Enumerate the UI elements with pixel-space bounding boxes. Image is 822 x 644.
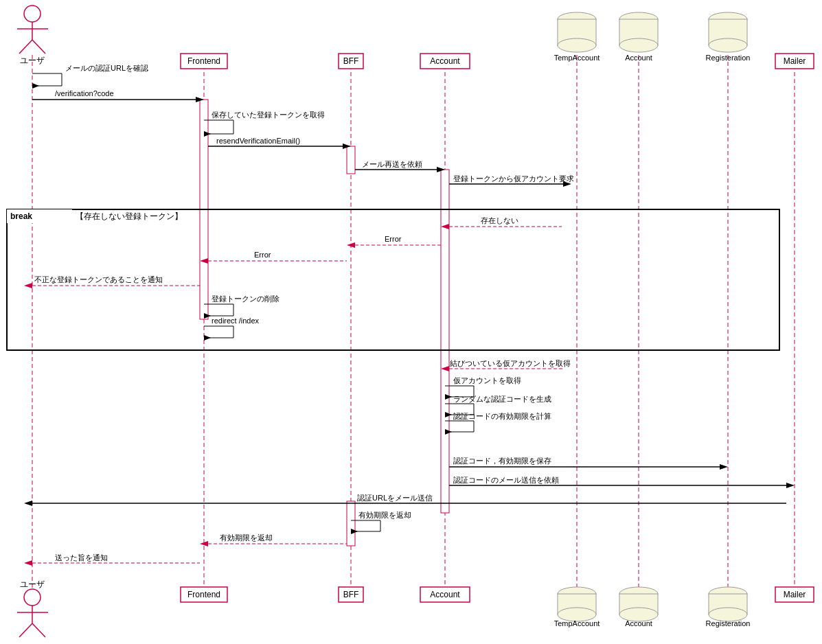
svg-text:Account: Account bbox=[430, 590, 460, 599]
svg-line-148 bbox=[32, 623, 45, 637]
svg-marker-48 bbox=[24, 283, 32, 288]
svg-marker-82 bbox=[786, 483, 795, 488]
svg-text:認証コード，有効期限を保存: 認証コード，有効期限を保存 bbox=[453, 457, 551, 465]
svg-line-142 bbox=[32, 40, 45, 54]
svg-text:resendVerificationEmail(): resendVerificationEmail() bbox=[216, 137, 300, 145]
svg-marker-19 bbox=[32, 83, 39, 89]
svg-text:BFF: BFF bbox=[343, 56, 359, 66]
svg-text:Registeration: Registeration bbox=[706, 619, 751, 628]
svg-point-124 bbox=[709, 38, 747, 52]
svg-text:Mailer: Mailer bbox=[784, 590, 806, 599]
svg-text:登録トークンの削除: 登録トークンの削除 bbox=[212, 295, 279, 303]
svg-point-120 bbox=[619, 38, 658, 52]
svg-text:Registeration: Registeration bbox=[706, 54, 751, 62]
svg-marker-85 bbox=[24, 501, 32, 506]
svg-text:送った旨を通知: 送った旨を通知 bbox=[55, 553, 108, 562]
svg-text:Mailer: Mailer bbox=[784, 56, 806, 66]
svg-text:存在しない: 存在しない bbox=[481, 216, 518, 225]
svg-text:登録トークンから仮アカウント要求: 登録トークンから仮アカウント要求 bbox=[453, 174, 574, 183]
svg-text:Account: Account bbox=[625, 54, 652, 62]
svg-text:ユーザ: ユーザ bbox=[20, 579, 45, 589]
svg-text:有効期限を返却: 有効期限を返却 bbox=[358, 511, 411, 519]
svg-text:不正な登録トークンであることを通知: 不正な登録トークンであることを通知 bbox=[34, 275, 163, 284]
sequence-diagram: break 【存在しない登録トークン】 メールの認証URLを確認 /verifi… bbox=[0, 0, 822, 644]
svg-text:redirect /index: redirect /index bbox=[212, 317, 260, 325]
svg-text:メール再送を依頼: メール再送を依頼 bbox=[362, 160, 422, 168]
svg-text:Frontend: Frontend bbox=[187, 590, 220, 599]
svg-text:TempAccount: TempAccount bbox=[554, 54, 600, 62]
svg-text:ランダムな認証コードを生成: ランダムな認証コードを生成 bbox=[453, 395, 551, 403]
svg-point-138 bbox=[24, 5, 41, 22]
svg-line-141 bbox=[19, 40, 32, 54]
svg-point-116 bbox=[558, 38, 596, 52]
svg-point-144 bbox=[24, 589, 41, 606]
svg-marker-58 bbox=[204, 335, 211, 341]
svg-text:Frontend: Frontend bbox=[187, 56, 220, 66]
svg-text:break: break bbox=[10, 211, 32, 221]
svg-text:保存していた登録トークンを取得: 保存していた登録トークンを取得 bbox=[212, 111, 325, 119]
svg-text:Error: Error bbox=[254, 251, 271, 259]
svg-text:Account: Account bbox=[430, 56, 460, 66]
svg-marker-96 bbox=[24, 560, 32, 566]
svg-text:有効期限を返却: 有効期限を返却 bbox=[220, 533, 273, 542]
svg-text:結びついている仮アカウントを取得: 結びついている仮アカウントを取得 bbox=[449, 359, 571, 367]
svg-text:/verification?code: /verification?code bbox=[55, 89, 114, 97]
svg-rect-10 bbox=[441, 170, 449, 513]
svg-marker-79 bbox=[720, 464, 728, 470]
svg-rect-9 bbox=[347, 146, 355, 174]
svg-text:ユーザ: ユーザ bbox=[20, 56, 45, 65]
svg-text:仮アカウントを取得: 仮アカウントを取得 bbox=[453, 376, 521, 384]
svg-text:認証URLをメール送信: 認証URLをメール送信 bbox=[357, 494, 433, 502]
svg-text:メールの認証URLを確認: メールの認証URLを確認 bbox=[65, 64, 148, 72]
svg-rect-11 bbox=[347, 501, 355, 546]
svg-text:TempAccount: TempAccount bbox=[554, 619, 600, 628]
svg-text:Account: Account bbox=[625, 619, 652, 628]
svg-line-147 bbox=[19, 623, 32, 637]
svg-text:認証コードの有効期限を計算: 認証コードの有効期限を計算 bbox=[453, 412, 551, 420]
svg-text:Error: Error bbox=[385, 235, 402, 243]
svg-text:BFF: BFF bbox=[343, 590, 359, 599]
svg-text:認証コードのメール送信を依頼: 認証コードのメール送信を依頼 bbox=[453, 476, 559, 484]
svg-text:【存在しない登録トークン】: 【存在しない登録トークン】 bbox=[76, 211, 183, 221]
